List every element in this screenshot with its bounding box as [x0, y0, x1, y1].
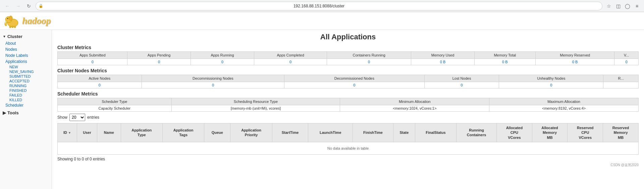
col-decommissioned-nodes: Decommissioned Nodes — [284, 75, 425, 82]
page-title: All Applications — [57, 33, 639, 41]
val-unhealthy-nodes: 0 — [499, 82, 603, 88]
val-vcores: 0 — [614, 59, 639, 65]
id-sort-arrow: ▼ — [68, 131, 71, 135]
sidebar-item-submitted[interactable]: SUBMITTED — [0, 74, 52, 79]
extensions-button[interactable]: ◫ — [614, 2, 622, 10]
sidebar-item-finished[interactable]: FINISHED — [0, 88, 52, 93]
sidebar-item-new-saving[interactable]: NEW_SAVING — [0, 69, 52, 74]
col-running-containers[interactable]: RunningContainers — [457, 123, 497, 142]
col-vcores-truncated: V... — [614, 52, 639, 59]
browser-right-icons: ☆ ◫ ◯ ≡ — [605, 2, 641, 10]
tools-label: Tools — [7, 110, 19, 115]
val-decommissioned-nodes: 0 — [284, 82, 425, 88]
bookmark-button[interactable]: ☆ — [605, 2, 612, 10]
cluster-metrics-table: Apps Submitted Apps Pending Apps Running… — [57, 51, 639, 65]
back-button[interactable]: ← — [3, 2, 11, 10]
col-active-nodes: Active Nodes — [58, 75, 142, 82]
val-apps-running: 0 — [191, 59, 254, 65]
menu-button[interactable]: ≡ — [633, 2, 641, 10]
scheduler-metrics-title: Scheduler Metrics — [57, 91, 639, 97]
val-active-nodes: 0 — [58, 82, 142, 88]
col-allocated-cpu-vcores[interactable]: AllocatedCPUVCores — [497, 123, 532, 142]
url-text: 192.168.88.151:8088/cluster — [293, 4, 344, 8]
col-application-type[interactable]: ApplicationType — [121, 123, 162, 142]
cluster-nodes-metrics-table: Active Nodes Decommissioning Nodes Decom… — [57, 75, 639, 88]
val-scheduling-resource-type: [memory-mb (unit=Mi), vcores] — [171, 105, 340, 112]
col-name[interactable]: Name — [97, 123, 121, 142]
col-launch-time[interactable]: LaunchTime — [308, 123, 353, 142]
col-lost-nodes: Lost Nodes — [424, 75, 499, 82]
sidebar-item-applications[interactable]: Applications — [0, 59, 52, 65]
val-decommissioning-nodes: 0 — [142, 82, 284, 88]
show-label: Show — [57, 115, 67, 120]
col-application-priority[interactable]: ApplicationPriority — [230, 123, 272, 142]
val-memory-reserved: 0 B — [536, 59, 614, 65]
main-layout: ▼ Cluster About Nodes Node Labels Applic… — [0, 30, 644, 189]
col-reserved-cpu-vcores[interactable]: ReservedCPUVCores — [568, 123, 603, 142]
no-data-row: No data available in table — [58, 142, 639, 154]
val-memory-used: 0 B — [411, 59, 474, 65]
applications-table: ID ▼ User Name ApplicationType Applicati… — [57, 123, 639, 155]
showing-entries: Showing 0 to 0 of 0 entries — [57, 157, 639, 161]
lock-icon: 🔒 — [39, 4, 43, 8]
browser-chrome: ← → ↻ 🔒 192.168.88.151:8088/cluster ☆ ◫ … — [0, 0, 644, 12]
tools-triangle-icon: ▶ — [3, 110, 6, 115]
col-id[interactable]: ID ▼ — [58, 123, 77, 142]
hadoop-logo: hadoop — [3, 13, 51, 28]
val-maximum-allocation: <memory:8192, vCores:4> — [489, 105, 639, 112]
val-apps-submitted: 0 — [58, 59, 127, 65]
col-state[interactable]: State — [393, 123, 415, 142]
col-final-status[interactable]: FinalStatus — [415, 123, 456, 142]
col-maximum-allocation: Maximum Allocation — [489, 98, 639, 105]
hadoop-elephant-icon — [3, 13, 20, 28]
col-apps-pending: Apps Pending — [127, 52, 191, 59]
scheduler-metrics-table: Scheduler Type Scheduling Resource Type … — [57, 98, 639, 112]
sidebar-item-killed[interactable]: KILLED — [0, 98, 52, 102]
val-apps-completed: 0 — [254, 59, 327, 65]
address-bar[interactable]: 🔒 192.168.88.151:8088/cluster — [36, 2, 602, 10]
col-start-time[interactable]: StartTime — [272, 123, 308, 142]
col-queue[interactable]: Queue — [204, 123, 230, 142]
entries-select[interactable]: 10 20 50 100 — [69, 114, 85, 121]
cluster-triangle-icon: ▼ — [3, 35, 6, 38]
cluster-metrics-title: Cluster Metrics — [57, 45, 639, 50]
sidebar-item-about[interactable]: About — [0, 40, 52, 46]
footer-attribution: CSDN @蓝黑2020 — [57, 163, 639, 167]
col-decommissioning-nodes: Decommissioning Nodes — [142, 75, 284, 82]
col-application-tags[interactable]: ApplicationTags — [162, 123, 204, 142]
entries-label: entries — [87, 115, 99, 120]
sidebar-item-scheduler[interactable]: Scheduler — [0, 102, 52, 108]
val-scheduler-type: Capacity Scheduler — [58, 105, 172, 112]
col-allocated-memory-mb[interactable]: AllocatedMemoryMB — [532, 123, 568, 142]
col-user[interactable]: User — [77, 123, 97, 142]
sidebar-cluster-header[interactable]: ▼ Cluster — [0, 33, 52, 40]
sidebar-item-new[interactable]: NEW — [0, 65, 52, 69]
col-memory-used: Memory Used — [411, 52, 474, 59]
col-rebooted-truncated: R... — [603, 75, 639, 82]
sidebar-item-failed[interactable]: FAILED — [0, 93, 52, 98]
refresh-button[interactable]: ↻ — [25, 2, 33, 10]
profile-button[interactable]: ◯ — [624, 2, 631, 10]
forward-button[interactable]: → — [14, 2, 22, 10]
cluster-label: Cluster — [7, 34, 22, 39]
main-content: All Applications Cluster Metrics Apps Su… — [52, 30, 644, 189]
val-apps-pending: 0 — [127, 59, 191, 65]
col-scheduler-type: Scheduler Type — [58, 98, 172, 105]
sidebar-item-running[interactable]: RUNNING — [0, 83, 52, 88]
val-memory-total: 0 B — [474, 59, 535, 65]
val-lost-nodes: 0 — [424, 82, 499, 88]
svg-point-2 — [7, 18, 8, 19]
val-containers-running: 0 — [327, 59, 411, 65]
svg-rect-6 — [14, 26, 16, 28]
sidebar-item-nodes[interactable]: Nodes — [0, 46, 52, 52]
col-memory-reserved: Memory Reserved — [536, 52, 614, 59]
col-reserved-memory-mb[interactable]: ReservedMemoryMB — [603, 123, 639, 142]
svg-point-3 — [9, 16, 12, 21]
sidebar-tools-header[interactable]: ▶ Tools — [0, 108, 52, 117]
svg-rect-5 — [12, 26, 13, 28]
col-finish-time[interactable]: FinishTime — [353, 123, 393, 142]
sidebar-item-accepted[interactable]: ACCEPTED — [0, 79, 52, 83]
col-apps-running: Apps Running — [191, 52, 254, 59]
sidebar-item-node-labels[interactable]: Node Labels — [0, 52, 52, 59]
hadoop-logo-text: hadoop — [22, 15, 51, 26]
